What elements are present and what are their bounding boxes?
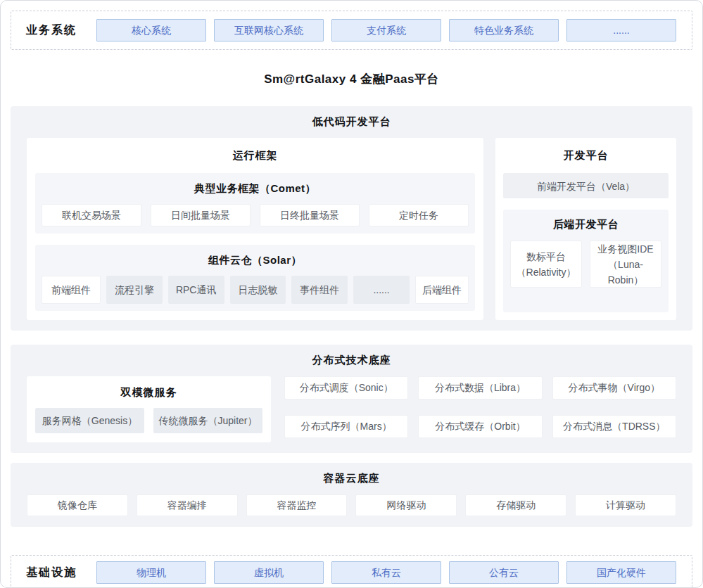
box-frontend-component: 前端组件 — [42, 276, 101, 304]
box-more-systems: ...... — [566, 19, 676, 41]
solar-component-cloud-box: 组件云仓（Solar） 前端组件 流程引擎 RPC通讯 日志脱敏 事件组件 ..… — [35, 245, 475, 311]
business-systems-bar: 业务系统 核心系统 互联网核心系统 支付系统 特色业务系统 ...... — [11, 11, 692, 50]
container-base-panel: 容器云底座 镜像仓库 容器编排 容器监控 网络驱动 存储驱动 计算驱动 — [11, 463, 692, 527]
comet-framework-title: 典型业务框架（Comet） — [42, 182, 469, 196]
comet-items-row: 联机交易场景 日间批量场景 日终批量场景 定时任务 — [42, 204, 469, 226]
box-distributed-scheduling-sonic: 分布式调度（Sonic） — [284, 376, 408, 400]
infrastructure-buttons: 物理机 虚拟机 私有云 公有云 国产化硬件 — [96, 561, 676, 584]
box-distributed-transaction-virgo: 分布式事物（Virgo） — [552, 376, 676, 400]
box-public-cloud: 公有云 — [449, 561, 559, 584]
comet-framework-box: 典型业务框架（Comet） 联机交易场景 日间批量场景 日终批量场景 定时任务 — [35, 173, 475, 234]
dev-platform-title: 开发平台 — [503, 149, 669, 162]
dual-mode-microservice-title: 双模微服务 — [35, 386, 262, 400]
box-storage-driver: 存储驱动 — [465, 494, 566, 516]
box-end-of-day-batch-scene: 日终批量场景 — [260, 204, 360, 226]
low-code-platform-panel: 低代码开发平台 运行框架 典型业务框架（Comet） 联机交易场景 日间批量场景… — [11, 106, 692, 331]
box-traditional-microservice-jupiter: 传统微服务（Jupiter） — [153, 408, 262, 433]
box-image-registry: 镜像仓库 — [27, 494, 128, 516]
box-label-line1: 数标平台 — [511, 249, 581, 264]
dual-mode-items-row: 服务网格（Genesis） 传统微服务（Jupiter） — [35, 408, 262, 433]
runtime-framework-box: 运行框架 典型业务框架（Comet） 联机交易场景 日间批量场景 日终批量场景 … — [27, 138, 483, 320]
dev-platform-box: 开发平台 前端开发平台（Vela） 后端开发平台 数标平台 （Relativit… — [495, 138, 676, 320]
runtime-framework-title: 运行框架 — [35, 149, 475, 162]
backend-dev-platform-box: 后端开发平台 数标平台 （Relativity） 业务视图IDE （Luna-R… — [503, 210, 669, 312]
box-payment-system: 支付系统 — [331, 19, 441, 41]
container-items-grid: 镜像仓库 容器编排 容器监控 网络驱动 存储驱动 计算驱动 — [27, 494, 676, 516]
architecture-diagram: 业务系统 核心系统 互联网核心系统 支付系统 特色业务系统 ...... Sm@… — [0, 0, 703, 588]
box-label-line1: 业务视图IDE — [590, 241, 661, 257]
box-container-orchestration: 容器编排 — [137, 494, 238, 516]
box-physical-machine: 物理机 — [96, 561, 206, 584]
low-code-platform-title: 低代码开发平台 — [27, 115, 676, 129]
box-process-engine: 流程引擎 — [106, 276, 163, 304]
box-frontend-dev-platform-vela: 前端开发平台（Vela） — [503, 173, 669, 198]
box-data-standard-platform-relativity: 数标平台 （Relativity） — [510, 241, 582, 288]
box-domestic-hardware: 国产化硬件 — [566, 561, 676, 584]
backend-dev-platform-title: 后端开发平台 — [510, 218, 661, 231]
box-internet-core-system: 互联网核心系统 — [214, 19, 324, 41]
box-more-components: ...... — [353, 276, 410, 304]
business-systems-buttons: 核心系统 互联网核心系统 支付系统 特色业务系统 ...... — [96, 19, 676, 41]
box-rpc-communication: RPC通讯 — [168, 276, 224, 304]
box-container-monitoring: 容器监控 — [246, 494, 348, 516]
distributed-services-grid: 分布式调度（Sonic） 分布式数据（Libra） 分布式事物（Virgo） 分… — [284, 376, 676, 442]
box-label-line2: （Luna-Robin） — [590, 257, 661, 288]
box-event-component: 事件组件 — [291, 276, 348, 304]
solar-items-row: 前端组件 流程引擎 RPC通讯 日志脱敏 事件组件 ...... 后端组件 — [42, 276, 469, 304]
box-distributed-cache-orbit: 分布式缓存（Orbit） — [418, 415, 542, 438]
box-private-cloud: 私有云 — [331, 561, 441, 584]
box-network-driver: 网络驱动 — [355, 494, 457, 516]
box-online-transaction-scene: 联机交易场景 — [42, 204, 141, 226]
box-special-business-system: 特色业务系统 — [449, 19, 559, 41]
box-log-masking: 日志脱敏 — [230, 276, 286, 304]
box-virtual-machine: 虚拟机 — [214, 561, 324, 584]
container-base-title: 容器云底座 — [27, 472, 676, 485]
solar-component-cloud-title: 组件云仓（Solar） — [42, 254, 469, 267]
box-distributed-message-tdrss: 分布式消息（TDRSS） — [552, 415, 676, 438]
box-core-system: 核心系统 — [96, 19, 206, 41]
box-scheduled-task: 定时任务 — [369, 204, 469, 226]
backend-dev-items-row: 数标平台 （Relativity） 业务视图IDE （Luna-Robin） — [510, 241, 661, 288]
box-business-view-ide-luna-robin: 业务视图IDE （Luna-Robin） — [590, 241, 661, 288]
box-distributed-sequence-mars: 分布式序列（Mars） — [284, 415, 408, 438]
box-distributed-data-libra: 分布式数据（Libra） — [418, 376, 542, 400]
distributed-base-panel: 分布式技术底座 双模微服务 服务网格（Genesis） 传统微服务（Jupite… — [11, 345, 692, 453]
distributed-base-title: 分布式技术底座 — [27, 354, 676, 367]
infrastructure-bar: 基础设施 物理机 虚拟机 私有云 公有云 国产化硬件 — [11, 555, 692, 588]
distributed-columns: 双模微服务 服务网格（Genesis） 传统微服务（Jupiter） 分布式调度… — [27, 376, 676, 442]
box-service-mesh-genesis: 服务网格（Genesis） — [35, 408, 144, 433]
box-backend-component: 后端组件 — [415, 276, 469, 304]
box-daytime-batch-scene: 日间批量场景 — [151, 204, 251, 226]
page-title: Sm@rtGalaxy 4 金融Paas平台 — [11, 71, 692, 87]
infrastructure-label: 基础设施 — [26, 565, 77, 580]
box-compute-driver: 计算驱动 — [575, 494, 676, 516]
dual-mode-microservice-box: 双模微服务 服务网格（Genesis） 传统微服务（Jupiter） — [27, 376, 271, 442]
box-label-line2: （Relativity） — [511, 264, 581, 280]
business-systems-label: 业务系统 — [26, 23, 77, 38]
low-code-columns: 运行框架 典型业务框架（Comet） 联机交易场景 日间批量场景 日终批量场景 … — [27, 138, 676, 320]
